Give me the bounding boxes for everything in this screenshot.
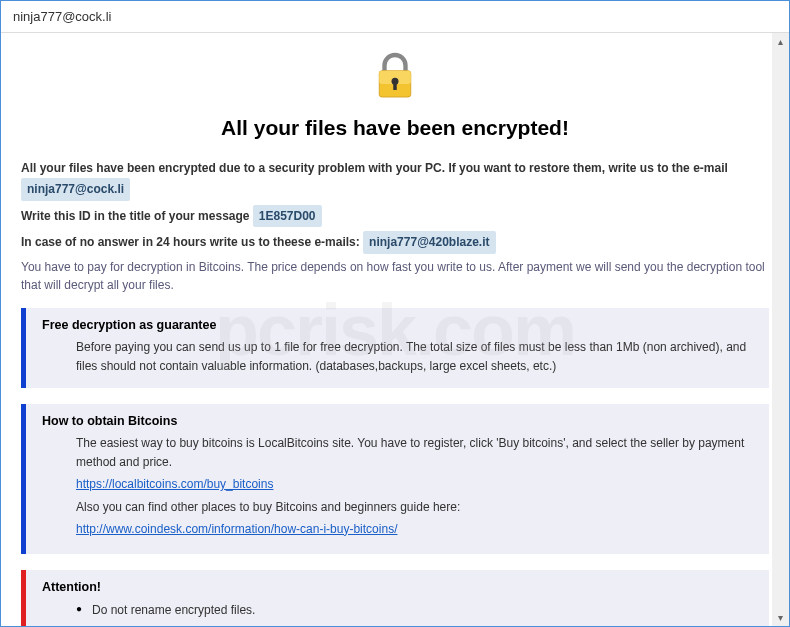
vertical-scrollbar[interactable]: ▴ ▾ xyxy=(772,33,789,626)
coindesk-link[interactable]: http://www.coindesk.com/information/how-… xyxy=(76,522,397,536)
scroll-up-arrow[interactable]: ▴ xyxy=(772,33,789,50)
section-attention-title: Attention! xyxy=(42,580,755,594)
list-item: Do not try to decrypt your data using th… xyxy=(76,621,755,626)
section-obtain: How to obtain Bitcoins The easiest way t… xyxy=(21,404,769,554)
section-obtain-title: How to obtain Bitcoins xyxy=(42,414,755,428)
intro-line-3: In case of no answer in 24 hours write u… xyxy=(21,231,769,253)
localbitcoins-link[interactable]: https://localbitcoins.com/buy_bitcoins xyxy=(76,477,273,491)
intro-line-1: All your files have been encrypted due t… xyxy=(21,158,769,201)
id-badge: 1E857D00 xyxy=(253,205,322,227)
svg-rect-3 xyxy=(393,81,397,90)
intro-text-2: Write this ID in the title of your messa… xyxy=(21,209,253,223)
application-window: ninja777@cock.li pcrisk.com All your fil… xyxy=(0,0,790,627)
intro-text-3: In case of no answer in 24 hours write u… xyxy=(21,235,363,249)
scroll-down-arrow[interactable]: ▾ xyxy=(772,609,789,626)
content-area: pcrisk.com All your files have been encr… xyxy=(1,33,789,626)
section-obtain-body: The easiest way to buy bitcoins is Local… xyxy=(42,434,755,539)
section-guarantee: Free decryption as guarantee Before payi… xyxy=(21,308,769,388)
payment-note: You have to pay for decryption in Bitcoi… xyxy=(21,258,769,294)
section-guarantee-title: Free decryption as guarantee xyxy=(42,318,755,332)
lock-icon xyxy=(21,48,769,108)
list-item: Do not rename encrypted files. xyxy=(76,600,755,622)
intro-text-1: All your files have been encrypted due t… xyxy=(21,161,728,175)
window-title: ninja777@cock.li xyxy=(1,1,789,33)
email-badge-1: ninja777@cock.li xyxy=(21,178,130,200)
attention-list: Do not rename encrypted files. Do not tr… xyxy=(42,600,755,626)
main-heading: All your files have been encrypted! xyxy=(21,116,769,140)
obtain-text-2: Also you can find other places to buy Bi… xyxy=(76,498,755,517)
intro-line-2: Write this ID in the title of your messa… xyxy=(21,205,769,227)
section-guarantee-body: Before paying you can send us up to 1 fi… xyxy=(42,338,755,376)
obtain-text-1: The easiest way to buy bitcoins is Local… xyxy=(76,434,755,472)
email-badge-2: ninja777@420blaze.it xyxy=(363,231,495,253)
section-attention: Attention! Do not rename encrypted files… xyxy=(21,570,769,626)
